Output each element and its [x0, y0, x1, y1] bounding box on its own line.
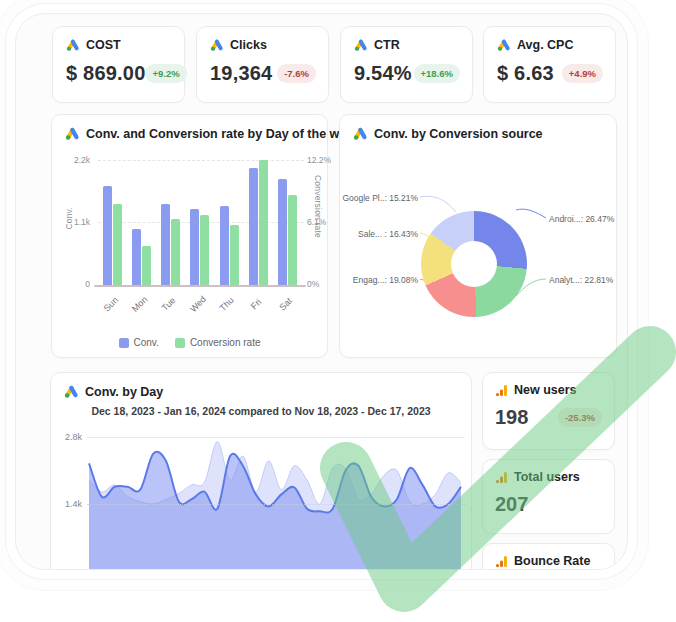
donut-label-engagement: Engag...: 19.08%	[353, 275, 418, 285]
bar-plot-area[interactable]	[98, 160, 302, 285]
kpi-value: 19,364	[210, 62, 272, 85]
kpi-card-avg-cpc: Avg. CPC $ 6.63 +4.9%	[483, 26, 616, 103]
chart-legend: Conv. Conversion rate	[52, 337, 327, 348]
donut-label-android: Androi...: 26.47%	[549, 214, 614, 224]
legend-label: Conversion rate	[190, 337, 261, 348]
gridline-dotted	[87, 504, 465, 505]
x-axis-label: Mon	[127, 291, 156, 313]
card-title: Bounce Rate	[514, 554, 590, 568]
bar-chart-card: Conv. and Conversion rate by Day of the …	[51, 114, 328, 358]
google-ads-icon	[64, 384, 79, 399]
area-chart-title: Conv. by Day	[85, 385, 163, 399]
kpi-delta-badge: +9.2%	[145, 64, 186, 83]
google-ads-icon	[65, 126, 80, 141]
x-axis-label: Sat	[273, 291, 302, 313]
kpi-card-clicks: Clicks 19,364 -7.6%	[196, 26, 329, 103]
y-axis-tick: 2.8k	[58, 432, 82, 442]
x-axis-labels: SunMonTueWedThuFriSat	[98, 291, 302, 313]
card-delta-badge: -25.3%	[558, 408, 602, 427]
bar-group[interactable]	[249, 160, 268, 285]
legend-item-conversion-rate[interactable]: Conversion rate	[175, 337, 261, 348]
bar[interactable]	[161, 204, 170, 285]
x-axis-label: Sun	[98, 291, 127, 313]
donut-chart-card: Conv. by Conversion source Androi...: 26…	[339, 114, 617, 358]
card-value: 207	[495, 493, 528, 516]
x-axis-label: Wed	[185, 291, 214, 313]
bar[interactable]	[220, 206, 229, 285]
donut-label-sales: Sale... : 16.43%	[358, 229, 418, 239]
bar[interactable]	[190, 209, 199, 285]
kpi-card-cost: COST $ 869.00 +9.2%	[52, 26, 185, 103]
x-axis-label: Thu	[215, 291, 244, 313]
x-axis-label: Tue	[156, 291, 185, 313]
bar-group[interactable]	[103, 160, 122, 285]
bar[interactable]	[171, 219, 180, 285]
legend-swatch	[175, 338, 185, 348]
bar-group[interactable]	[220, 160, 239, 285]
google-analytics-icon	[495, 471, 508, 484]
card-value: 198	[495, 406, 528, 429]
bar[interactable]	[249, 168, 258, 285]
google-ads-icon	[66, 38, 80, 52]
card-title: Total users	[514, 470, 580, 484]
card-new-users: New users 198 -25.3%	[482, 372, 615, 450]
google-ads-icon	[210, 38, 224, 52]
bar-group[interactable]	[132, 160, 151, 285]
legend-swatch	[119, 338, 129, 348]
kpi-label: COST	[86, 38, 121, 52]
google-analytics-icon	[495, 555, 508, 568]
legend-item-conv[interactable]: Conv.	[119, 337, 159, 348]
bar[interactable]	[113, 204, 122, 285]
google-ads-icon	[497, 38, 511, 52]
y2-axis-tick: 0%	[307, 279, 319, 289]
date-range-subtitle: Dec 18, 2023 - Jan 16, 2024 compared to …	[51, 405, 471, 417]
dashboard-panel: COST $ 869.00 +9.2% Clicks 19,364 -7.6% …	[15, 13, 628, 570]
kpi-label: CTR	[374, 38, 400, 52]
area-fill	[89, 452, 461, 570]
kpi-value: 9.54%	[354, 62, 412, 85]
y-axis-tick: 0	[60, 279, 90, 289]
bar-group[interactable]	[278, 160, 297, 285]
kpi-value: $ 869.00	[66, 62, 145, 85]
legend-label: Conv.	[134, 337, 159, 348]
bar[interactable]	[259, 160, 268, 285]
kpi-delta-badge: +4.9%	[562, 64, 603, 83]
bar[interactable]	[278, 179, 287, 285]
y-axis-tick: 1.4k	[58, 499, 82, 509]
google-ads-icon	[354, 38, 368, 52]
bar-chart-title: Conv. and Conversion rate by Day of the …	[86, 127, 360, 141]
bar[interactable]	[200, 215, 209, 285]
card-total-users: Total users 207	[482, 459, 615, 534]
donut-label-google-play: Google Pl..: 15.21%	[342, 193, 418, 203]
y2-axis-label: Conversion rate	[313, 175, 323, 238]
area-plot[interactable]	[87, 429, 465, 570]
x-axis-label: Fri	[244, 291, 273, 313]
x-axis-line	[94, 285, 306, 287]
google-analytics-icon	[495, 384, 508, 397]
area-chart-card: Conv. by Day Dec 18, 2023 - Jan 16, 2024…	[50, 372, 472, 570]
donut-ring[interactable]	[421, 211, 527, 317]
bar-group[interactable]	[161, 160, 180, 285]
kpi-delta-badge: -7.6%	[277, 64, 316, 83]
card-title: New users	[514, 383, 577, 397]
donut-label-analytics: Analyt...: 22.81%	[549, 275, 613, 285]
kpi-delta-badge: +18.6%	[414, 64, 461, 83]
bar[interactable]	[103, 186, 112, 285]
kpi-label: Clicks	[230, 38, 267, 52]
y2-axis-tick: 12.2%	[307, 155, 331, 165]
bar[interactable]	[132, 229, 141, 285]
kpi-card-ctr: CTR 9.54% +18.6%	[340, 26, 473, 103]
donut-hole	[451, 241, 497, 287]
bar[interactable]	[288, 195, 297, 285]
bar-group[interactable]	[190, 160, 209, 285]
kpi-value: $ 6.63	[497, 62, 554, 85]
kpi-label: Avg. CPC	[517, 38, 574, 52]
bar[interactable]	[230, 225, 239, 285]
y-axis-label: Conv.	[64, 207, 74, 230]
y-axis-tick: 2.2k	[60, 155, 90, 165]
bar[interactable]	[142, 246, 151, 285]
card-bounce-rate: Bounce Rate	[482, 543, 615, 570]
